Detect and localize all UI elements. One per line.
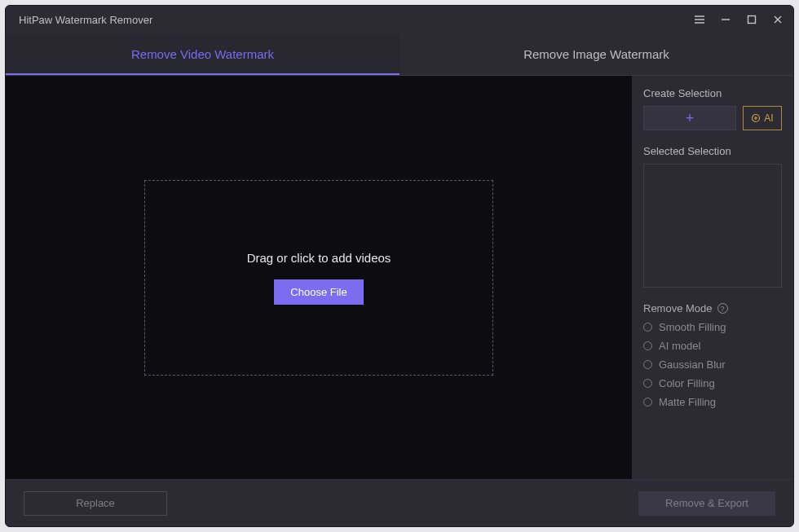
side-panel: Create Selection + AI Selected Selection — [632, 76, 793, 479]
selected-selection-label: Selected Selection — [643, 145, 782, 157]
mode-label: AI model — [659, 340, 700, 352]
selected-selection-section: Selected Selection — [643, 145, 782, 288]
radio-icon — [643, 341, 652, 350]
radio-icon — [643, 323, 652, 332]
tab-label: Remove Video Watermark — [131, 47, 274, 61]
mode-label: Smooth Filling — [659, 321, 726, 333]
create-selection-label: Create Selection — [643, 87, 782, 99]
minimize-icon[interactable] — [718, 12, 733, 27]
menu-icon[interactable] — [692, 12, 707, 27]
tab-label: Remove Image Watermark — [523, 47, 669, 61]
app-window: HitPaw Watermark Remover Remove Video Wa… — [5, 5, 794, 527]
plus-icon: + — [686, 110, 695, 127]
mode-matte-filling[interactable]: Matte Filling — [643, 396, 782, 408]
remove-mode-header: Remove Mode ? — [643, 302, 782, 314]
selected-selection-list — [643, 164, 782, 288]
mode-label: Color Filling — [659, 377, 715, 389]
close-icon[interactable] — [770, 12, 785, 27]
radio-icon — [643, 379, 652, 388]
create-selection-row: + AI — [643, 106, 782, 130]
remove-mode-list: Smooth Filling AI model Gaussian Blur Co… — [643, 321, 782, 408]
svg-rect-4 — [748, 16, 756, 24]
create-selection-section: Create Selection + AI — [643, 87, 782, 130]
window-controls — [692, 12, 785, 27]
add-selection-button[interactable]: + — [643, 106, 736, 130]
bottom-bar: Replace Remove & Export — [6, 479, 793, 526]
canvas-area: Drag or click to add videos Choose File — [6, 76, 632, 479]
remove-export-button[interactable]: Remove & Export — [638, 491, 775, 516]
mode-gaussian-blur[interactable]: Gaussian Blur — [643, 358, 782, 371]
mode-ai-model[interactable]: AI model — [643, 340, 782, 352]
mode-smooth-filling[interactable]: Smooth Filling — [643, 321, 782, 333]
mode-label: Gaussian Blur — [659, 358, 726, 371]
mode-label: Matte Filling — [659, 396, 716, 408]
radio-icon — [643, 360, 652, 369]
mode-color-filling[interactable]: Color Filling — [643, 377, 782, 389]
dropzone[interactable]: Drag or click to add videos Choose File — [144, 180, 493, 376]
ai-label: AI — [764, 112, 773, 124]
ai-button[interactable]: AI — [743, 106, 782, 130]
app-title: HitPaw Watermark Remover — [14, 14, 692, 26]
titlebar: HitPaw Watermark Remover — [6, 6, 793, 33]
remove-mode-section: Remove Mode ? Smooth Filling AI model Ga… — [643, 302, 782, 408]
replace-button[interactable]: Replace — [24, 491, 167, 516]
main-area: Drag or click to add videos Choose File … — [6, 76, 793, 479]
remove-mode-label: Remove Mode — [643, 302, 713, 314]
tab-video-watermark[interactable]: Remove Video Watermark — [6, 33, 400, 75]
dropzone-text: Drag or click to add videos — [247, 251, 391, 265]
ai-icon — [751, 113, 761, 123]
maximize-icon[interactable] — [744, 12, 759, 27]
tab-image-watermark[interactable]: Remove Image Watermark — [400, 33, 793, 75]
help-icon[interactable]: ? — [717, 303, 728, 314]
radio-icon — [643, 398, 652, 407]
choose-file-button[interactable]: Choose File — [274, 279, 363, 305]
mode-tabs: Remove Video Watermark Remove Image Wate… — [6, 33, 793, 76]
